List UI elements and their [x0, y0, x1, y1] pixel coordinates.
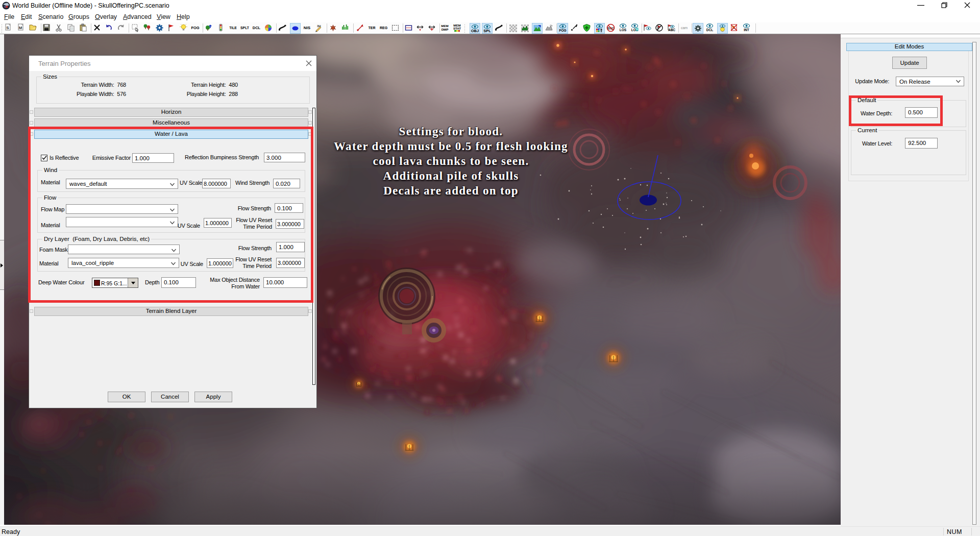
svg-text:S: S: [6, 26, 9, 30]
svg-text:cam: cam: [681, 26, 688, 30]
svg-text:REG: REG: [380, 26, 388, 30]
svg-text:FOG: FOG: [191, 26, 199, 30]
svg-text:SPLT: SPLT: [240, 26, 249, 30]
svg-text:DMP: DMP: [441, 28, 448, 31]
svg-text:DCL: DCL: [706, 28, 713, 32]
svg-text:STAT: STAT: [453, 27, 460, 30]
svg-text:FOG: FOG: [559, 29, 566, 32]
svg-text:ABC: ABC: [668, 28, 675, 32]
svg-text:SPL: SPL: [483, 29, 491, 33]
svg-text:MEM: MEM: [441, 24, 448, 28]
svg-text:TILE: TILE: [229, 26, 237, 30]
svg-text:LOS: LOS: [619, 28, 626, 32]
svg-text:OBJ: OBJ: [471, 29, 478, 33]
svg-text:NIS: NIS: [303, 26, 310, 30]
svg-text:INT: INT: [744, 28, 749, 32]
svg-text:DCL: DCL: [253, 26, 261, 30]
svg-text:TER: TER: [369, 26, 376, 30]
svg-text:M: M: [19, 26, 22, 30]
